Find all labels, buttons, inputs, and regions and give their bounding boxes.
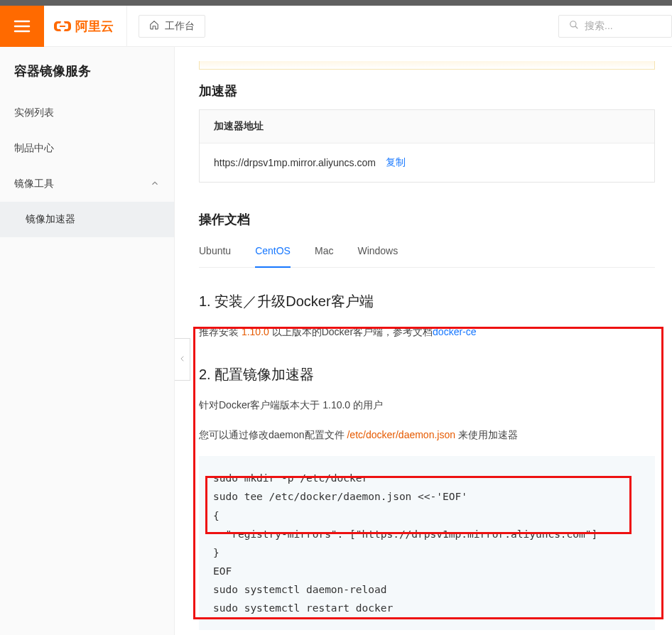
chevron-left-icon	[179, 353, 186, 367]
sidebar-item-mirror-tools[interactable]: 镜像工具	[0, 166, 174, 202]
menu-button[interactable]	[0, 6, 44, 47]
workbench-label: 工作台	[165, 20, 195, 33]
docker-ce-link[interactable]: docker-ce	[433, 326, 476, 337]
tab-mac[interactable]: Mac	[315, 238, 333, 267]
step1-title: 1. 安装／升级Docker客户端	[199, 292, 655, 311]
home-icon	[149, 20, 159, 32]
version-text: 1.10.0	[242, 326, 269, 337]
svg-rect-3	[60, 26, 65, 27]
sidebar-item-products[interactable]: 制品中心	[0, 131, 174, 166]
step2-p2: 您可以通过修改daemon配置文件 /etc/docker/daemon.jso…	[199, 427, 655, 444]
copy-link[interactable]: 复制	[386, 156, 406, 169]
tab-centos[interactable]: CentOS	[255, 238, 291, 268]
sidebar-item-mirror-accelerator[interactable]: 镜像加速器	[0, 202, 174, 237]
accelerator-heading: 加速器	[199, 82, 655, 99]
sidebar-title: 容器镜像服务	[0, 47, 174, 95]
os-tabs: Ubuntu CentOS Mac Windows	[199, 238, 655, 268]
search-box[interactable]: 搜索...	[558, 15, 672, 38]
accelerator-card-title: 加速器地址	[200, 110, 654, 143]
sidebar: 容器镜像服务 实例列表 制品中心 镜像工具 镜像加速器	[0, 47, 175, 635]
hamburger-icon	[13, 20, 31, 33]
tab-ubuntu[interactable]: Ubuntu	[199, 238, 231, 267]
svg-line-5	[575, 26, 578, 29]
daemon-json-path: /etc/docker/daemon.json	[347, 429, 455, 440]
step2-title: 2. 配置镜像加速器	[199, 365, 655, 384]
brand[interactable]: 阿里云	[44, 6, 127, 47]
accelerator-card: 加速器地址 https://drpsv1mp.mirror.aliyuncs.c…	[199, 109, 655, 183]
notice-banner	[199, 61, 655, 70]
accelerator-url: https://drpsv1mp.mirror.aliyuncs.com	[214, 157, 376, 168]
collapse-sidebar-handle[interactable]	[175, 338, 190, 381]
sidebar-item-instances[interactable]: 实例列表	[0, 95, 174, 131]
code-block[interactable]: sudo mkdir -p /etc/docker sudo tee /etc/…	[199, 456, 655, 630]
topbar: 阿里云 工作台 搜索...	[0, 6, 672, 47]
step1-text: 推荐安装 1.10.0 以上版本的Docker客户端，参考文档docker-ce	[199, 324, 655, 341]
main-content: 加速器 加速器地址 https://drpsv1mp.mirror.aliyun…	[175, 47, 672, 635]
brand-label: 阿里云	[75, 18, 114, 35]
svg-point-4	[570, 21, 576, 27]
tab-windows[interactable]: Windows	[357, 238, 398, 267]
docs-heading: 操作文档	[199, 211, 655, 228]
chevron-up-icon	[150, 178, 160, 190]
workbench-button[interactable]: 工作台	[139, 15, 205, 38]
step2-p1: 针对Docker客户端版本大于 1.10.0 的用户	[199, 397, 655, 414]
aliyun-logo-icon	[54, 18, 71, 35]
search-icon	[569, 20, 579, 32]
search-placeholder: 搜索...	[585, 20, 613, 33]
